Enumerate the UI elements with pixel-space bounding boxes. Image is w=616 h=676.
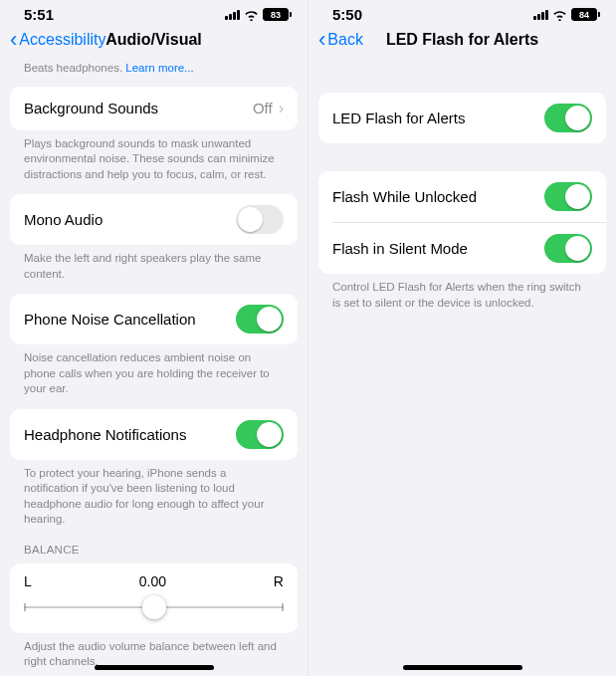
balance-card: L 0.00 R bbox=[10, 563, 298, 633]
led-flash-alerts-cell: LED Flash for Alerts bbox=[318, 93, 606, 143]
cell-value: Off bbox=[253, 100, 273, 116]
page-title: Audio/Visual bbox=[105, 31, 202, 49]
noise-cancellation-toggle[interactable] bbox=[236, 305, 284, 334]
status-time: 5:50 bbox=[332, 6, 362, 23]
led-flash-alerts-toggle[interactable] bbox=[544, 104, 592, 132]
status-time: 5:51 bbox=[24, 6, 54, 23]
mono-audio-cell: Mono Audio bbox=[10, 194, 298, 245]
signal-icon bbox=[225, 10, 240, 20]
chevron-left-icon: ‹ bbox=[10, 29, 17, 51]
flash-while-unlocked-cell: Flash While Unlocked bbox=[318, 171, 606, 222]
visual-header: VISUAL bbox=[10, 672, 298, 676]
cell-label: LED Flash for Alerts bbox=[332, 110, 465, 126]
learn-more-link[interactable]: Learn more... bbox=[125, 62, 193, 74]
slider-thumb[interactable] bbox=[142, 595, 166, 619]
mono-audio-footer: Make the left and right speakers play th… bbox=[10, 245, 298, 284]
status-right: 83 bbox=[225, 8, 292, 21]
back-button[interactable]: ‹ Accessibility bbox=[10, 29, 105, 51]
noise-cancellation-footer: Noise cancellation reduces ambient noise… bbox=[10, 344, 298, 399]
headphone-notifications-cell: Headphone Notifications bbox=[10, 409, 298, 460]
mono-audio-toggle[interactable] bbox=[236, 205, 284, 234]
phone-left: 5:51 83 ‹ Accessibility Audio/Visual Bea… bbox=[0, 0, 308, 676]
settings-content[interactable]: Beats headphones. Learn more... Backgrou… bbox=[0, 59, 308, 676]
home-indicator[interactable] bbox=[95, 665, 214, 670]
flash-while-unlocked-toggle[interactable] bbox=[544, 182, 592, 211]
page-title: LED Flash for Alerts bbox=[386, 31, 538, 49]
status-right: 84 bbox=[533, 8, 600, 21]
battery-icon: 83 bbox=[263, 8, 292, 21]
phone-right: 5:50 84 ‹ Back LED Flash for Alerts LED … bbox=[308, 0, 616, 676]
status-bar: 5:50 84 bbox=[308, 0, 616, 25]
back-label: Back bbox=[327, 31, 363, 49]
background-sounds-cell[interactable]: Background Sounds Off › bbox=[10, 87, 298, 130]
chevron-left-icon: ‹ bbox=[318, 29, 325, 51]
truncated-footer: Beats headphones. Learn more... bbox=[10, 59, 298, 77]
balance-value: 0.00 bbox=[139, 573, 166, 589]
headphone-notifications-footer: To protect your hearing, iPhone sends a … bbox=[10, 460, 298, 530]
cell-label: Flash While Unlocked bbox=[332, 188, 477, 205]
cell-label: Phone Noise Cancellation bbox=[24, 311, 196, 328]
wifi-icon bbox=[552, 9, 567, 21]
balance-slider[interactable] bbox=[24, 597, 284, 617]
cell-label: Background Sounds bbox=[24, 100, 158, 116]
signal-icon bbox=[533, 10, 548, 20]
chevron-right-icon: › bbox=[279, 100, 284, 117]
bg-sounds-footer: Plays background sounds to mask unwanted… bbox=[10, 130, 298, 185]
nav-bar: ‹ Back LED Flash for Alerts bbox=[308, 25, 616, 59]
back-button[interactable]: ‹ Back bbox=[318, 29, 363, 51]
headphone-notifications-toggle[interactable] bbox=[236, 420, 284, 449]
cell-label: Flash in Silent Mode bbox=[332, 240, 468, 257]
balance-header: BALANCE bbox=[10, 530, 298, 558]
wifi-icon bbox=[244, 9, 259, 21]
settings-content[interactable]: LED Flash for Alerts Flash While Unlocke… bbox=[308, 59, 616, 676]
back-label: Accessibility bbox=[19, 31, 105, 49]
home-indicator[interactable] bbox=[403, 665, 522, 670]
flash-silent-mode-cell: Flash in Silent Mode bbox=[318, 223, 606, 274]
status-bar: 5:51 83 bbox=[0, 0, 308, 25]
balance-left-label: L bbox=[24, 573, 32, 589]
silent-mode-footer: Control LED Flash for Alerts when the ri… bbox=[318, 274, 606, 313]
battery-icon: 84 bbox=[571, 8, 600, 21]
balance-right-label: R bbox=[274, 573, 284, 589]
flash-silent-mode-toggle[interactable] bbox=[544, 234, 592, 263]
cell-label: Headphone Notifications bbox=[24, 426, 186, 443]
noise-cancellation-cell: Phone Noise Cancellation bbox=[10, 294, 298, 344]
nav-bar: ‹ Accessibility Audio/Visual bbox=[0, 25, 308, 59]
cell-label: Mono Audio bbox=[24, 211, 103, 228]
